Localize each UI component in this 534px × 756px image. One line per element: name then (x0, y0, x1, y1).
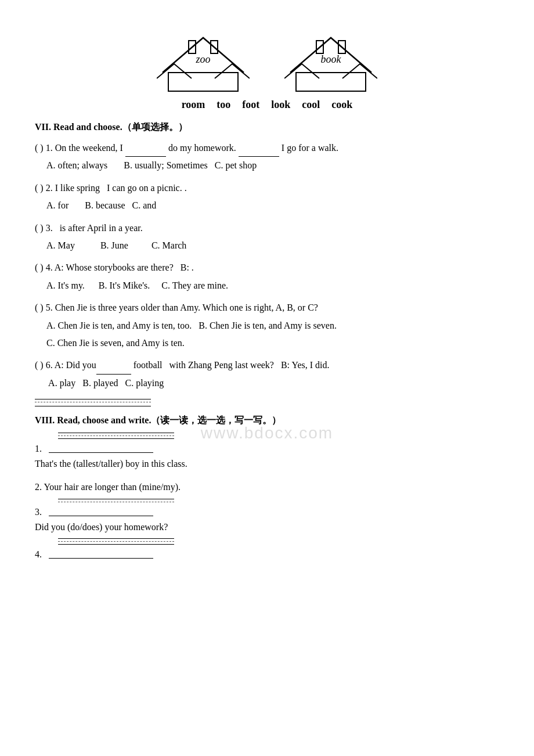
question-5: ( ) 5. Chen Jie is three years older tha… (35, 299, 499, 352)
q2-options: A. for B. because C. and (46, 197, 499, 214)
item4-line (49, 549, 153, 559)
question-4: ( ) 4. A: Whose storybooks are there? B:… (35, 259, 499, 294)
q5-options-line1: A. Chen Jie is ten, and Amy is ten, too.… (46, 317, 499, 334)
section8: VIII. Read, choose and write.（读一读，选一选，写一… (35, 415, 499, 560)
q4-text: ( ) 4. A: Whose storybooks are there? B:… (35, 259, 499, 276)
item1-sentence: That's the (tallest/taller) boy in this … (35, 455, 499, 473)
item1-line (49, 444, 153, 453)
solid-line (58, 433, 174, 433)
solid-line (58, 544, 174, 545)
svg-rect-2 (168, 73, 238, 91)
solid-line (58, 438, 174, 439)
write-lines-before-1 (58, 433, 499, 439)
item-3: 3. (35, 507, 499, 517)
word-room: room (182, 99, 205, 111)
divider-group-1 (35, 399, 499, 406)
solid-line (58, 538, 174, 539)
item1-num: 1. (35, 444, 46, 454)
item3-num: 3. (35, 507, 46, 517)
house2-svg: book (284, 29, 377, 93)
item-4: 4. (35, 549, 499, 560)
svg-rect-6 (296, 73, 366, 91)
solid-line-1 (35, 399, 151, 399)
q5-options-line2: C. Chen Jie is seven, and Amy is ten. (46, 334, 499, 352)
house1: zoo (157, 29, 250, 93)
dashed-line (58, 502, 174, 502)
word-look: look (271, 99, 290, 111)
section7: VII. Read and choose.（单项选择。） ( ) 1. On t… (35, 121, 499, 406)
q5-text: ( ) 5. Chen Jie is three years older tha… (35, 299, 499, 316)
write-lines-before-3 (58, 499, 499, 502)
item-1: 1. (35, 444, 499, 454)
item4-num: 4. (35, 549, 46, 560)
item3-line (49, 507, 153, 516)
dashed-line-1 (35, 402, 151, 402)
word-cool: cool (302, 99, 320, 111)
phonics-section: zoo book (35, 29, 499, 93)
dashed-line (58, 541, 174, 542)
house2: book (284, 29, 377, 93)
dashed-line (58, 435, 174, 436)
q4-options: A. It's my. B. It's Mike's. C. They are … (46, 277, 499, 294)
q1-options: A. often; always B. usually; Sometimes C… (46, 157, 499, 174)
question-3: ( ) 3. is after April in a year. A. May … (35, 219, 499, 255)
svg-text:zoo: zoo (195, 53, 210, 65)
question-6: ( ) 6. A: Did you football with Zhang Pe… (35, 357, 499, 392)
section8-title: VIII. Read, choose and write.（读一读，选一选，写一… (35, 415, 499, 427)
word-foot: foot (242, 99, 259, 111)
q3-text: ( ) 3. is after April in a year. (35, 219, 499, 237)
phonics-words: room too foot look cool cook (35, 99, 499, 111)
q2-text: ( ) 2. I like spring I can go on a picni… (35, 179, 499, 197)
q6-text: ( ) 6. A: Did you football with Zhang Pe… (35, 357, 499, 374)
svg-text:book: book (321, 53, 342, 65)
word-cook: cook (331, 99, 352, 111)
solid-line (58, 499, 174, 499)
write-lines-before-4 (58, 538, 499, 545)
house1-svg: zoo (157, 29, 250, 93)
q6-options: A. play B. played C. playing (46, 375, 499, 392)
question-2: ( ) 2. I like spring I can go on a picni… (35, 179, 499, 215)
q1-text: ( ) 1. On the weekend, I do my homework.… (35, 139, 499, 157)
blank (239, 147, 279, 157)
section7-title: VII. Read and choose.（单项选择。） (35, 121, 499, 134)
question-1: ( ) 1. On the weekend, I do my homework.… (35, 139, 499, 175)
item2-sentence-intro: 2. Your hair are longer than (mine/my). (35, 478, 499, 496)
item3-sentence: Did you (do/does) your homework? (35, 519, 499, 536)
word-too: too (217, 99, 230, 111)
blank (125, 147, 166, 157)
q3-options: A. May B. June C. March (46, 237, 499, 254)
solid-line-2 (35, 406, 151, 406)
blank (96, 365, 131, 375)
